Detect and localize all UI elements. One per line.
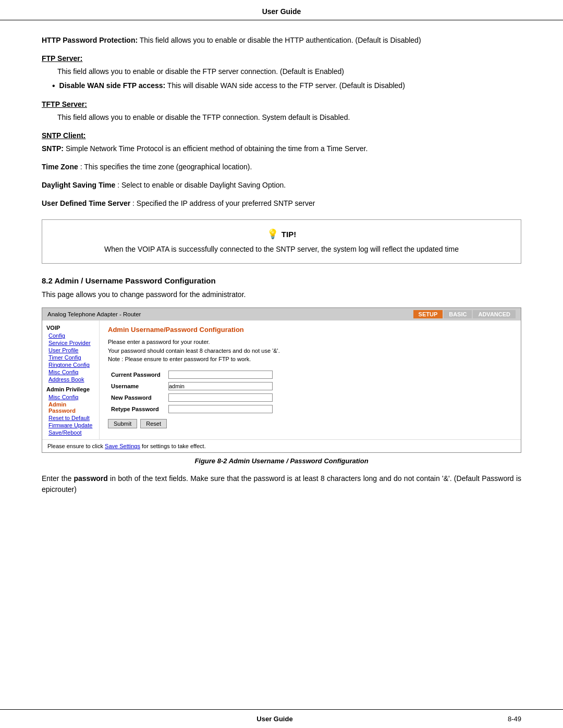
ftp-desc: This field allows you to enable or disab… <box>42 67 344 76</box>
password-bold: password <box>74 474 107 483</box>
table-row: New Password <box>108 392 512 403</box>
section-82: 8.2 Admin / Username Password Configurat… <box>42 276 521 495</box>
daylight-text: : Select to enable or disable Daylight S… <box>117 181 286 189</box>
bullet-dot: • <box>52 80 55 92</box>
sntp-heading: SNTP Client: <box>42 130 521 141</box>
router-main: Admin Username/Password Configuration Pl… <box>100 320 521 439</box>
footer-center: User Guide <box>42 715 508 723</box>
ftp-bullet-text: Disable WAN side FTP access: This will d… <box>59 80 405 91</box>
input-cell-new-password <box>165 392 512 403</box>
sidebar-link-ringtone-config[interactable]: Ringtone Config <box>42 361 99 368</box>
router-footer-note: Please ensure to click Save Settings for… <box>42 439 521 452</box>
input-current-password[interactable] <box>168 371 273 379</box>
router-ui-body: VOIP Config Service Provider User Profil… <box>42 320 521 439</box>
desc-line-1: Please enter a password for your router. <box>108 338 512 347</box>
router-main-title: Admin Username/Password Configuration <box>108 326 512 334</box>
section-82-title: 8.2 Admin / Username Password Configurat… <box>42 276 521 285</box>
page-footer: User Guide 8-49 <box>0 709 563 728</box>
input-cell-username <box>165 380 512 392</box>
router-ui-header: Analog Telephone Adapter - Router SETUP … <box>42 308 521 320</box>
router-main-desc: Please enter a password for your router.… <box>108 338 512 364</box>
label-current-password: Current Password <box>108 369 165 380</box>
input-username[interactable] <box>168 382 273 390</box>
sidebar-link-save-reboot[interactable]: Save/Reboot <box>42 429 99 436</box>
page-header: User Guide <box>0 0 563 20</box>
page: User Guide HTTP Password Protection: Thi… <box>0 0 563 728</box>
daylight-label: Daylight Saving Time <box>42 181 115 189</box>
ftp-server-section: FTP Server: This field allows you to ena… <box>42 53 521 92</box>
sidebar-link-timer-config[interactable]: Timer Config <box>42 354 99 361</box>
sidebar-link-misc-config-admin[interactable]: Misc Config <box>42 393 99 401</box>
save-settings-link[interactable]: Save Settings <box>105 443 140 449</box>
input-retype-password[interactable] <box>168 405 273 413</box>
http-section: HTTP Password Protection: This field all… <box>42 35 521 46</box>
ftp-disable-text: This will disable WAN side access to the… <box>167 81 405 90</box>
sntp-desc: Simple Network Time Protocol is an effic… <box>66 144 368 153</box>
sidebar-link-address-book[interactable]: Address Book <box>42 376 99 383</box>
tab-advanced[interactable]: ADVANCED <box>473 310 516 318</box>
submit-button[interactable]: Submit <box>108 419 137 428</box>
time-zone-para: Time Zone : This specifies the time zone… <box>42 162 521 172</box>
table-row: Current Password <box>108 369 512 380</box>
tip-title-text: TIP! <box>282 230 296 239</box>
input-new-password[interactable] <box>168 393 273 402</box>
form-table: Current Password Username <box>108 369 512 415</box>
sidebar-link-service-provider[interactable]: Service Provider <box>42 339 99 347</box>
router-ui: Analog Telephone Adapter - Router SETUP … <box>42 307 521 453</box>
input-cell-retype-password <box>165 403 512 415</box>
label-retype-password: Retype Password <box>108 403 165 415</box>
table-row: Retype Password <box>108 403 512 415</box>
router-header-title: Analog Telephone Adapter - Router <box>47 311 141 317</box>
figure-caption: Figure 8-2 Admin Username / Password Con… <box>42 457 521 465</box>
http-bold: HTTP Password Protection: <box>42 36 138 44</box>
closing-para: Enter the password in both of the text f… <box>42 473 521 495</box>
tip-box: 💡 TIP! When the VOIP ATA is successfully… <box>42 219 521 264</box>
desc-line-3: Note : Please ensure to enter password f… <box>108 355 512 364</box>
sidebar-link-misc-config-voip[interactable]: Misc Config <box>42 368 99 376</box>
label-new-password: New Password <box>108 392 165 403</box>
sntp-client-section: SNTP Client: SNTP: Simple Network Time P… <box>42 130 521 154</box>
ftp-bullet: • Disable WAN side FTP access: This will… <box>52 80 521 92</box>
time-zone-text: : This specifies the time zone (geograph… <box>80 163 252 171</box>
tftp-server-section: TFTP Server: This field allows you to en… <box>42 99 521 123</box>
tab-setup[interactable]: SETUP <box>413 310 443 318</box>
sidebar-link-user-profile[interactable]: User Profile <box>42 347 99 354</box>
tftp-desc: This field allows you to enable or disab… <box>42 113 350 121</box>
form-buttons: Submit Reset <box>108 419 512 428</box>
user-defined-label: User Defined Time Server <box>42 199 130 207</box>
label-username: Username <box>108 380 165 392</box>
user-defined-para: User Defined Time Server : Specified the… <box>42 198 521 209</box>
sidebar-link-firmware-update[interactable]: Firmware Update <box>42 422 99 429</box>
router-sidebar: VOIP Config Service Provider User Profil… <box>42 320 100 439</box>
reset-button[interactable]: Reset <box>140 419 167 428</box>
user-defined-text: : Specified the IP address of your prefe… <box>132 199 315 207</box>
table-row: Username <box>108 380 512 392</box>
time-zone-label: Time Zone <box>42 163 78 171</box>
sntp-bold-label: SNTP: <box>42 144 64 153</box>
tip-icon: 💡 <box>267 228 278 240</box>
sidebar-link-config[interactable]: Config <box>42 332 99 339</box>
ftp-disable-label: Disable WAN side FTP access: <box>59 81 166 90</box>
tip-title: 💡 TIP! <box>58 228 505 240</box>
sidebar-section-admin: Admin Privilege <box>42 385 99 393</box>
tab-basic[interactable]: BASIC <box>444 310 472 318</box>
tftp-heading: TFTP Server: <box>42 99 521 110</box>
tip-text: When the VOIP ATA is successfully connec… <box>58 244 505 255</box>
footer-page: 8-49 <box>508 715 521 723</box>
ftp-heading: FTP Server: <box>42 53 521 64</box>
router-tabs: SETUP BASIC ADVANCED <box>413 310 516 318</box>
http-text: This field allows you to enable or disab… <box>140 36 421 44</box>
header-title: User Guide <box>262 7 301 16</box>
input-cell-current-password <box>165 369 512 380</box>
sidebar-link-reset-default[interactable]: Reset to Default <box>42 414 99 422</box>
desc-line-2: Your password should contain least 8 cha… <box>108 347 512 355</box>
section-82-desc: This page allows you to change password … <box>42 289 521 300</box>
main-content: HTTP Password Protection: This field all… <box>0 20 563 709</box>
sidebar-section-voip: VOIP <box>42 324 99 332</box>
daylight-saving-para: Daylight Saving Time : Select to enable … <box>42 180 521 191</box>
sidebar-link-admin-password[interactable]: Admin Password <box>42 401 99 414</box>
